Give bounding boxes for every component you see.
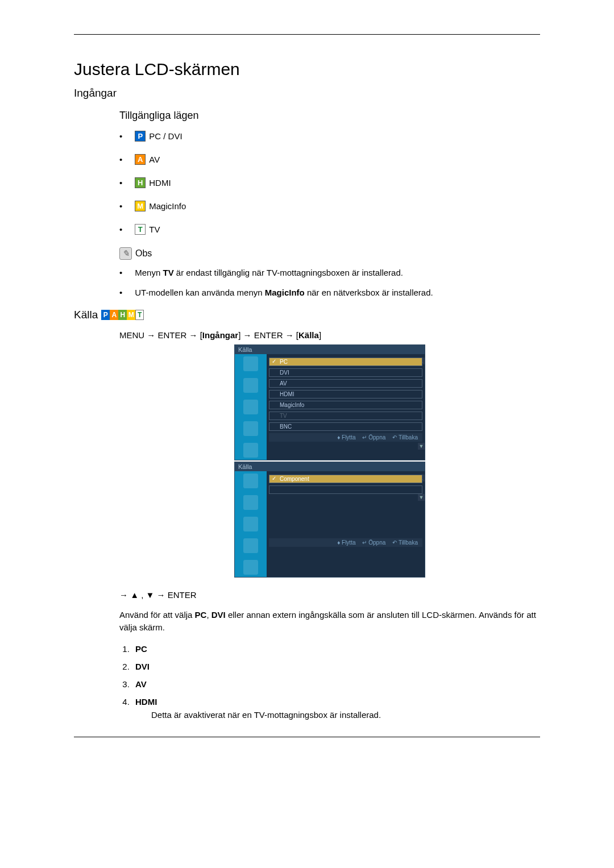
osd-screenshot-2: Källa ▲ Component ▼ — [234, 462, 425, 578]
osd-title: Källa — [235, 462, 425, 471]
m-icon: M — [127, 310, 135, 320]
a-icon: A — [135, 154, 146, 165]
p-icon: P — [135, 131, 146, 142]
mode-magicinfo: M MagicInfo — [119, 201, 540, 211]
osd-screenshot-1: Källa ▲ PC DVI AV HDMI — [234, 344, 425, 460]
osd-nav-icon — [243, 421, 258, 436]
top-rule — [74, 34, 540, 35]
osd-nav-column — [235, 471, 267, 577]
source-list-hdmi: HDMI Detta är avaktiverat när en TV-mott… — [132, 697, 540, 720]
source-list-pc: PC — [132, 644, 540, 654]
source-list-av: AV — [132, 679, 540, 689]
source-list-dvi: DVI — [132, 662, 540, 671]
section-inputs-heading: Ingångar — [74, 87, 540, 99]
mode-tv: T TV — [119, 224, 540, 235]
osd-title: Källa — [235, 345, 425, 354]
mode-label: MagicInfo — [149, 201, 186, 211]
osd-nav-column — [235, 354, 267, 460]
t-icon: T — [135, 310, 144, 320]
osd-item-hdmi: HDMI — [269, 390, 422, 398]
osd-item-empty — [269, 485, 422, 494]
osd-nav-icon — [243, 443, 258, 458]
source-heading-row: Källa P A H M T — [74, 309, 540, 321]
mode-label: TV — [149, 225, 160, 234]
modes-list: P PC / DVI A AV H HDMI M MagicInfo T TV — [119, 131, 540, 235]
p-icon: P — [101, 310, 110, 320]
note-label: Obs — [135, 248, 152, 259]
osd-item-magicinfo: MagicInfo — [269, 401, 422, 409]
scroll-down-icon: ▼ — [418, 494, 425, 501]
osd-nav-icon — [243, 356, 258, 371]
note-item-2: UT-modellen kan använda menyn MagicInfo … — [119, 286, 540, 298]
osd-nav-icon — [243, 474, 258, 488]
osd-nav-icon — [243, 400, 258, 414]
nav-arrows-line: → ▲ , ▼ → ENTER — [119, 590, 540, 600]
osd-nav-icon — [243, 538, 258, 553]
osd-item-av: AV — [269, 379, 422, 388]
bottom-rule — [74, 737, 540, 737]
note-icon: ✎ — [119, 247, 132, 260]
source-description: Använd för att välja PC, DVI eller annan… — [119, 609, 540, 634]
mode-label: AV — [149, 155, 160, 164]
m-icon: M — [135, 201, 146, 211]
mode-strip: P A H M T — [101, 310, 144, 320]
mode-av: A AV — [119, 154, 540, 165]
source-heading: Källa — [74, 309, 98, 321]
mode-pc-dvi: P PC / DVI — [119, 131, 540, 142]
osd-item-dvi: DVI — [269, 368, 422, 377]
osd-nav-icon — [243, 560, 258, 575]
t-icon: T — [135, 224, 146, 235]
available-modes-heading: Tillgängliga lägen — [119, 110, 540, 122]
scroll-down-icon: ▼ — [418, 443, 425, 450]
osd-item-component: Component — [269, 475, 422, 483]
source-ordered-list: PC DVI AV HDMI Detta är avaktiverat när … — [119, 644, 540, 720]
osd-item-bnc: BNC — [269, 422, 422, 431]
osd-nav-icon — [243, 378, 258, 393]
note-heading-row: ✎ Obs — [119, 247, 540, 260]
h-icon: H — [118, 310, 127, 320]
osd-nav-icon — [243, 517, 258, 531]
notes-list: Menyn TV är endast tillgänglig när TV-mo… — [119, 267, 540, 298]
page-title: Justera LCD-skärmen — [74, 60, 540, 79]
note-item-1: Menyn TV är endast tillgänglig när TV-mo… — [119, 267, 540, 279]
a-icon: A — [110, 310, 118, 320]
osd-footer: ♦ Flytta ↵ Öppna ↶ Tillbaka — [269, 538, 422, 547]
osd-item-tv: TV — [269, 412, 422, 420]
mode-label: HDMI — [149, 178, 171, 188]
osd-nav-icon — [243, 495, 258, 510]
hdmi-subnote: Detta är avaktiverat när en TV-mottagnin… — [151, 710, 540, 720]
osd-item-pc: PC — [269, 358, 422, 366]
h-icon: H — [135, 177, 146, 188]
osd-footer: ♦ Flytta ↵ Öppna ↶ Tillbaka — [269, 433, 422, 442]
mode-hdmi: H HDMI — [119, 177, 540, 188]
mode-label: PC / DVI — [149, 131, 182, 141]
menu-path: MENU → ENTER → [Ingångar] → ENTER → [Käl… — [119, 330, 540, 340]
